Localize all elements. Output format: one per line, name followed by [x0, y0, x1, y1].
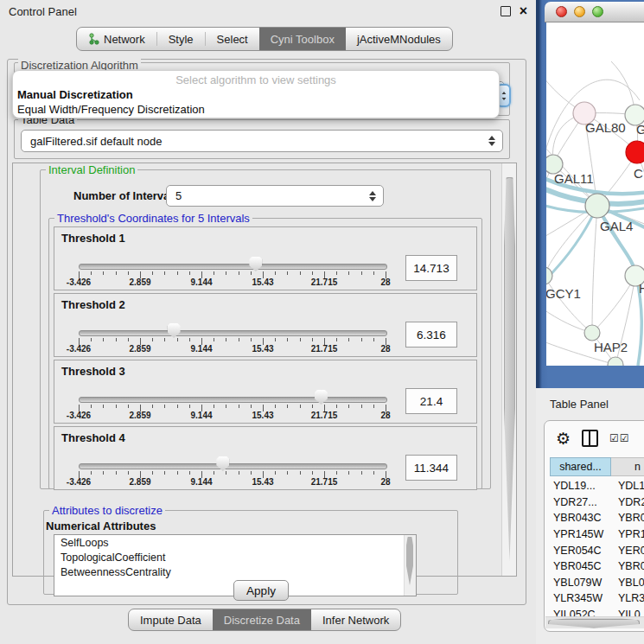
slider-tick	[91, 338, 92, 341]
table-row[interactable]: YDR27...YDR2	[545, 494, 644, 511]
slider-tick-label: 28	[380, 344, 390, 354]
slider-tick-label: 2.859	[129, 477, 150, 487]
combobox-spinner-icon	[369, 191, 376, 201]
number-of-intervals-label: Number of Intervals	[73, 189, 179, 202]
slider-tick	[300, 405, 301, 408]
network-node[interactable]	[608, 357, 623, 366]
tab-impute-data[interactable]: Impute Data	[129, 609, 213, 630]
slider-track[interactable]	[79, 463, 387, 469]
threshold-value-field[interactable]: 21.4	[405, 388, 457, 414]
slider-tick	[312, 471, 313, 475]
float-panel-icon[interactable]	[501, 6, 511, 16]
slider-tick	[312, 405, 313, 408]
scrollbar-thumb[interactable]	[504, 177, 515, 561]
close-panel-icon[interactable]: ×	[520, 7, 527, 16]
slider-tick	[361, 471, 362, 475]
threshold-value-field[interactable]: 14.713	[405, 255, 457, 281]
table-row[interactable]: YBL079WYBL0	[545, 575, 644, 591]
slider-tick-label: -3.426	[67, 411, 91, 420]
number-of-intervals-combobox[interactable]: 5	[166, 185, 384, 207]
table-row[interactable]: YBR045CYBR0	[545, 558, 644, 575]
algorithm-placeholder-text: Select algorithm to view settings	[13, 73, 499, 86]
slider-tick	[361, 338, 362, 341]
attribute-item[interactable]: BetweennessCentrality	[54, 564, 416, 579]
tab-network[interactable]: Network	[77, 28, 156, 50]
threshold-box: Threshold 1-3.4262.8599.14415.4321.71528…	[54, 226, 477, 290]
cell-shared-name: YLR345W	[545, 592, 606, 604]
slider-tick-label: 28	[380, 277, 390, 287]
table-row[interactable]: YPR145WYPR1	[545, 526, 644, 543]
algorithm-dropdown-popup: Select algorithm to view settings Manual…	[12, 70, 500, 118]
slider-tick	[348, 471, 349, 475]
slider-tick-label: 9.144	[190, 277, 212, 287]
table-row[interactable]: YER054CYER0	[545, 542, 644, 558]
table-row[interactable]: YBR043CYBR0	[545, 510, 644, 526]
slider-tick	[116, 271, 117, 275]
network-canvas[interactable]: GAL80G.CGAL11GAL4GCY1HHAP2	[546, 22, 644, 366]
cell-name: YER0	[606, 545, 644, 557]
network-node[interactable]	[584, 325, 600, 341]
control-panel-title: Control Panel	[9, 5, 77, 18]
slider-tick	[287, 405, 288, 408]
apply-button[interactable]: Apply	[233, 580, 289, 601]
scrollbar-thumb[interactable]	[548, 619, 640, 628]
network-node[interactable]	[626, 141, 644, 163]
slider-track[interactable]	[79, 330, 387, 336]
slider-tick	[336, 405, 337, 408]
tab-label: jActiveMNodules	[357, 33, 441, 46]
column-header-name[interactable]: n	[611, 457, 644, 476]
network-node[interactable]	[585, 194, 609, 218]
slider-tick	[336, 338, 337, 341]
slider-track[interactable]	[79, 397, 387, 403]
gear-icon[interactable]: ⚙	[556, 430, 571, 447]
tab-label: Impute Data	[140, 614, 201, 627]
control-panel-titlebar: Control Panel ×	[0, 0, 536, 22]
vertical-scrollbar[interactable]	[501, 163, 516, 576]
table-data-combobox[interactable]: galFiltered.sif default node	[21, 130, 503, 152]
node-label: GAL11	[554, 171, 594, 186]
zoom-window-icon[interactable]	[592, 6, 603, 17]
network-node[interactable]	[546, 267, 552, 284]
bottom-tab-bar: Impute DataDiscretize DataInfer Network	[128, 609, 401, 631]
minimize-window-icon[interactable]	[574, 6, 585, 17]
tab-infer-network[interactable]: Infer Network	[311, 609, 400, 630]
threshold-value-field[interactable]: 11.344	[405, 455, 457, 481]
threshold-box: Threshold 4-3.4262.8599.14415.4321.71528…	[54, 426, 477, 490]
checkbox-icons[interactable]: ☑☑	[609, 432, 630, 444]
column-header-shared-name[interactable]: shared...	[550, 457, 611, 476]
close-window-icon[interactable]	[556, 6, 567, 17]
algorithm-option[interactable]: Equal Width/Frequency Discretization	[17, 103, 205, 116]
threshold-label: Threshold 2	[61, 298, 125, 311]
tab-style[interactable]: Style	[157, 28, 205, 50]
table-row[interactable]: YLR345WYLR3	[545, 590, 644, 607]
scrollbar-thumb[interactable]	[406, 537, 413, 585]
tab-select[interactable]: Select	[206, 28, 259, 50]
threshold-value-field[interactable]: 6.316	[405, 322, 457, 348]
slider-track[interactable]	[79, 264, 387, 270]
split-columns-icon[interactable]	[582, 430, 598, 447]
slider-tick	[177, 338, 178, 341]
cell-name: YLR3	[606, 592, 644, 604]
slider-tick	[164, 405, 165, 408]
table-row[interactable]: YDL19...YDL1	[545, 478, 644, 494]
cell-shared-name: YDL19...	[545, 480, 606, 492]
horizontal-scrollbar[interactable]	[545, 616, 644, 628]
slider-tick	[214, 338, 214, 341]
tab-cyni-toolbox[interactable]: Cyni Toolbox	[259, 28, 346, 50]
tab-jactivemnodules[interactable]: jActiveMNodules	[346, 28, 452, 50]
attribute-item[interactable]: TopologicalCoefficient	[54, 550, 416, 564]
slider-tick-label: 9.144	[190, 411, 212, 420]
algorithm-option[interactable]: Manual Discretization	[17, 88, 133, 101]
cell-shared-name: YBR045C	[545, 560, 606, 572]
list-vertical-scrollbar[interactable]	[404, 535, 416, 596]
threshold-label: Threshold 3	[61, 365, 125, 378]
slider-tick	[152, 338, 153, 341]
tab-discretize-data[interactable]: Discretize Data	[213, 609, 311, 630]
slider-tick	[152, 471, 153, 475]
attribute-item[interactable]: SelfLoops	[54, 535, 416, 550]
node-label: H	[639, 281, 644, 296]
slider-tick	[251, 405, 252, 408]
combobox-spinner-icon	[488, 136, 495, 146]
slider-tick	[251, 271, 252, 275]
cell-name: YPR1	[606, 528, 644, 540]
